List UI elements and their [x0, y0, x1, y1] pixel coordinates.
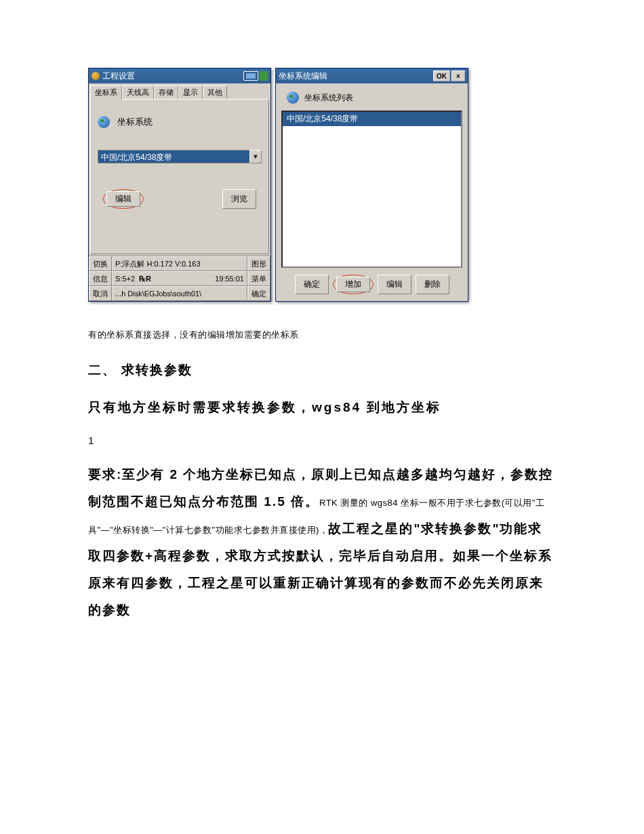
switch-button[interactable]: 切换	[89, 256, 112, 271]
window-title-left: 工程设置	[102, 71, 135, 82]
coord-system-listbox[interactable]: 中国/北京54/38度带	[281, 111, 462, 268]
status-path: ...h Disk\EGJobs\south01\	[112, 286, 247, 301]
status-bar: 切换 P:浮点解 H:0.172 V:0.163 图形 信息 S:5+2 ℞R …	[89, 256, 270, 301]
list-item[interactable]: 中国/北京54/38度带	[283, 112, 461, 126]
close-icon[interactable]: ×	[451, 71, 465, 81]
tab-panel: 坐标系统 中国/北京54/38度带 ▼ 编辑 浏览	[90, 99, 269, 254]
confirm-button-right[interactable]: 确定	[295, 275, 329, 294]
coord-system-combo[interactable]: 中国/北京54/38度带 ▼	[98, 150, 262, 163]
ok-button[interactable]: OK	[433, 71, 450, 81]
delete-button[interactable]: 删除	[416, 275, 449, 294]
screenshot-figure: 工程设置 坐标系 天线高 存储 显示 其他 坐标系统 中国/北京54/38度带 …	[88, 68, 556, 302]
right-panel: 坐标系统列表 中国/北京54/38度带 确定 增加 编辑 删除	[276, 83, 468, 301]
window-title-right: 坐标系统编辑	[279, 71, 327, 82]
time-value: 19:55:01	[215, 275, 244, 283]
edit-button-highlight: 编辑	[103, 189, 144, 209]
tab-antenna[interactable]: 天线高	[122, 85, 154, 100]
titlebar-left: 工程设置	[89, 68, 270, 83]
combo-value: 中国/北京54/38度带	[98, 150, 249, 163]
antenna-icon: ℞R	[139, 275, 151, 283]
list-number: 1	[88, 435, 556, 446]
add-button[interactable]: 增加	[336, 277, 370, 292]
app-icon	[92, 72, 100, 80]
titlebar-right: 坐标系统编辑 OK ×	[276, 68, 468, 83]
coord-list-label: 坐标系统列表	[304, 92, 353, 104]
add-button-highlight: 增加	[333, 275, 374, 294]
cancel-button[interactable]: 取消	[89, 286, 112, 301]
chevron-down-icon[interactable]: ▼	[249, 150, 262, 163]
project-settings-window: 工程设置 坐标系 天线高 存储 显示 其他 坐标系统 中国/北京54/38度带 …	[88, 68, 271, 302]
figure-caption: 有的坐标系直接选择，没有的编辑增加需要的坐标系	[88, 329, 556, 341]
globe-icon	[287, 92, 299, 104]
battery-icon	[243, 71, 258, 81]
confirm-button[interactable]: 确定	[247, 286, 270, 301]
tabs-row: 坐标系 天线高 存储 显示 其他	[89, 83, 270, 99]
coord-system-label: 坐标系统	[117, 116, 153, 128]
signal-icon	[260, 71, 268, 81]
section-heading: 二、 求转换参数	[88, 361, 556, 379]
edit-button[interactable]: 编辑	[106, 191, 140, 207]
status-solution: P:浮点解 H:0.172 V:0.163	[112, 256, 247, 271]
tab-storage[interactable]: 存储	[154, 85, 178, 100]
tab-other[interactable]: 其他	[203, 85, 227, 100]
tab-coord-system[interactable]: 坐标系	[90, 85, 122, 100]
sat-count: S:5+2	[115, 275, 135, 283]
menu-button[interactable]: 菜单	[247, 271, 270, 286]
info-button[interactable]: 信息	[89, 271, 112, 286]
status-sat-time: S:5+2 ℞R 19:55:01	[112, 271, 247, 286]
tab-display[interactable]: 显示	[178, 85, 203, 100]
graphic-button[interactable]: 图形	[247, 256, 270, 271]
intro-line: 只有地方坐标时需要求转换参数，wgs84 到地方坐标	[88, 395, 556, 420]
edit-button-right[interactable]: 编辑	[378, 275, 411, 294]
coord-system-edit-window: 坐标系统编辑 OK × 坐标系统列表 中国/北京54/38度带 确定 增加 编辑…	[275, 68, 468, 302]
main-paragraph: 要求:至少有 2 个地方坐标已知点，原则上已知点越多越均匀越好，参数控制范围不超…	[88, 461, 556, 623]
globe-icon	[98, 116, 110, 128]
browse-button[interactable]: 浏览	[222, 189, 256, 209]
